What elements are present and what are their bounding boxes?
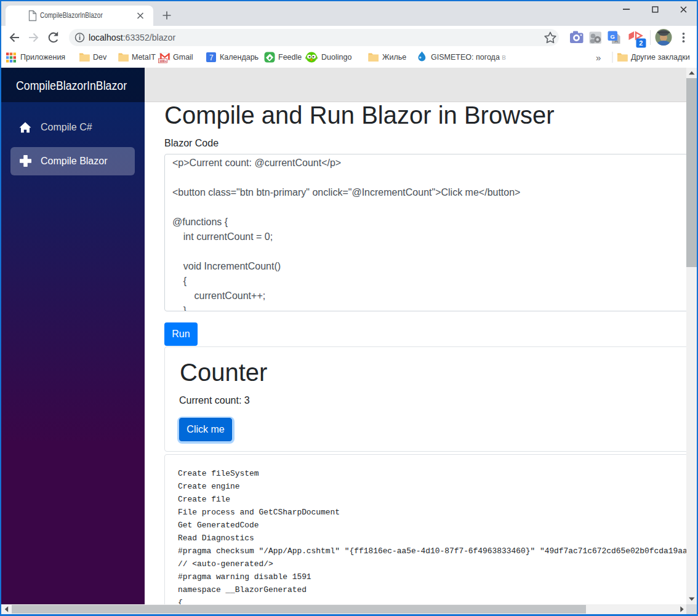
svg-text:7: 7: [209, 54, 214, 62]
svg-text:G: G: [611, 33, 615, 40]
svg-text:»: »: [596, 52, 601, 63]
svg-text:100+: 100+: [159, 59, 167, 63]
svg-text:2: 2: [639, 39, 643, 47]
